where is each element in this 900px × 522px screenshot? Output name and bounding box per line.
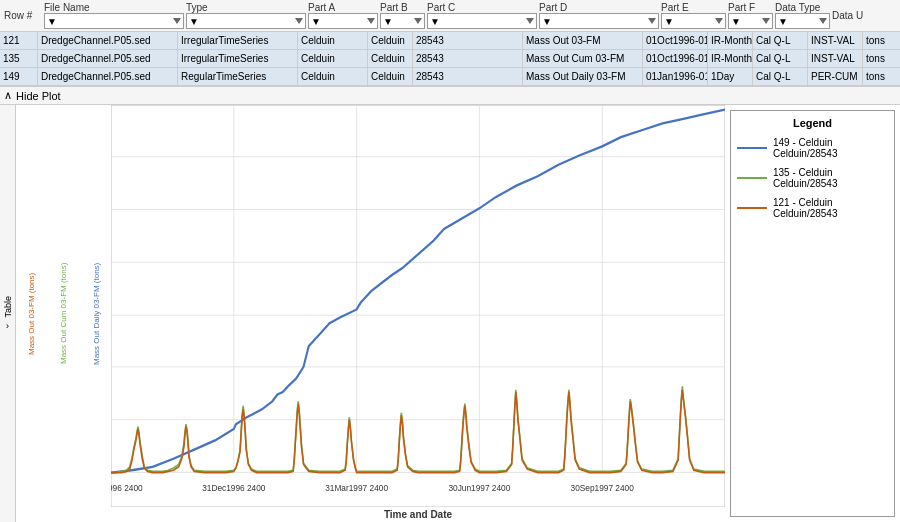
col-header-parte: Part E ▼	[661, 2, 726, 29]
col-label-parta: Part A	[308, 2, 378, 13]
filter-partc[interactable]: ▼	[427, 13, 537, 29]
col-label-parte: Part E	[661, 2, 726, 13]
cell-parta: Celduin	[298, 68, 368, 85]
filter-filename[interactable]: ▼	[44, 13, 184, 29]
cell-parte: 01Jan1996-01Jan1997	[643, 68, 708, 85]
legend-label-135: 135 - Celduin Celduin/28543	[773, 167, 888, 189]
cell-datau: INST-VAL	[808, 32, 863, 49]
chart-svg: 0 1000 2000 3000 4000 5000 6000 7000 30S…	[111, 105, 725, 507]
hide-plot-label[interactable]: Hide Plot	[16, 90, 61, 102]
cell-datatype: Cal Q-L	[753, 68, 808, 85]
legend-line-149	[737, 147, 767, 149]
col-label-partd: Part D	[539, 2, 659, 13]
col-header-partc: Part C ▼	[427, 2, 537, 29]
cell-filename: DredgeChannel.P05.sed	[38, 68, 178, 85]
y-axis-label-3: Mass Out Daily 03-FM (tons)	[92, 105, 101, 522]
filter-datatype[interactable]: ▼	[775, 13, 830, 29]
svg-text:31Dec1996 2400: 31Dec1996 2400	[202, 483, 265, 493]
cell-datau: PER-CUM	[808, 68, 863, 85]
cell-parta: Celduin	[298, 50, 368, 67]
filter-partf[interactable]: ▼	[728, 13, 773, 29]
col-header-rownum: Row #	[4, 10, 42, 21]
cell-rownum: 149	[0, 68, 38, 85]
col-header-partb: Part B ▼	[380, 2, 425, 29]
col-header-datatype: Data Type ▼	[775, 2, 830, 29]
col-label-type: Type	[186, 2, 306, 13]
cell-parte: 01Oct1996-01Sep1997	[643, 32, 708, 49]
cell-filename: DredgeChannel.P05.sed	[38, 50, 178, 67]
y-axis-label-2: Mass Out Cum 03-FM (tons)	[59, 105, 68, 522]
col-label-partc: Part C	[427, 2, 537, 13]
cell-partd: Mass Out Daily 03-FM	[523, 68, 643, 85]
cell-partd: Mass Out Cum 03-FM	[523, 50, 643, 67]
filter-type[interactable]: ▼	[186, 13, 306, 29]
table-row[interactable]: 135 DredgeChannel.P05.sed IrregularTimeS…	[0, 50, 900, 68]
cell-partf: IR-Month	[708, 32, 753, 49]
svg-text:30Sep1996 2400: 30Sep1996 2400	[111, 483, 143, 493]
cell-partf: 1Day	[708, 68, 753, 85]
cell-partd: Mass Out 03-FM	[523, 32, 643, 49]
col-header-filename: File Name ▼	[44, 2, 184, 29]
filter-partd[interactable]: ▼	[539, 13, 659, 29]
svg-text:30Sep1997 2400: 30Sep1997 2400	[571, 483, 634, 493]
cell-unit: tons	[863, 68, 898, 85]
cell-type: IrregularTimeSeries	[178, 32, 298, 49]
chart-container: 0 1000 2000 3000 4000 5000 6000 7000 30S…	[111, 105, 725, 522]
filter-parte[interactable]: ▼	[661, 13, 726, 29]
cell-unit: tons	[863, 50, 898, 67]
cell-partb: Celduin	[368, 32, 413, 49]
collapse-icon: ∧	[4, 89, 12, 102]
filter-parta[interactable]: ▼	[308, 13, 378, 29]
table-toggle[interactable]: Table	[3, 296, 13, 318]
cell-datatype: Cal Q-L	[753, 50, 808, 67]
legend-label-149: 149 - Celduin Celduin/28543	[773, 137, 888, 159]
plot-area: ∧ Hide Plot Table › Mass Out 03-FM (tons…	[0, 87, 900, 522]
col-label-datatype: Data Type	[775, 2, 830, 13]
col-header-partd: Part D ▼	[539, 2, 659, 29]
cell-rownum: 121	[0, 32, 38, 49]
cell-parte: 01Oct1996-01Sep1997	[643, 50, 708, 67]
col-header-type: Type ▼	[186, 2, 306, 29]
col-label-rownum: Row #	[4, 10, 42, 21]
col-header-parta: Part A ▼	[308, 2, 378, 29]
legend-box: Legend 149 - Celduin Celduin/28543 135 -…	[730, 110, 895, 517]
legend-item-135: 135 - Celduin Celduin/28543	[737, 167, 888, 189]
cell-partb: Celduin	[368, 50, 413, 67]
main-container: Row # File Name ▼ Type ▼ Part A ▼ Part B…	[0, 0, 900, 522]
cell-datau: INST-VAL	[808, 50, 863, 67]
col-label-datau: Data U	[832, 10, 870, 21]
cell-partb: Celduin	[368, 68, 413, 85]
cell-filename: DredgeChannel.P05.sed	[38, 32, 178, 49]
filter-partb[interactable]: ▼	[380, 13, 425, 29]
cell-datatype: Cal Q-L	[753, 32, 808, 49]
col-header-partf: Part F ▼	[728, 2, 773, 29]
col-header-datau: Data U	[832, 10, 870, 21]
legend-title: Legend	[737, 117, 888, 129]
cell-unit: tons	[863, 32, 898, 49]
table-section: 121 DredgeChannel.P05.sed IrregularTimeS…	[0, 32, 900, 87]
table-row[interactable]: 121 DredgeChannel.P05.sed IrregularTimeS…	[0, 32, 900, 50]
col-label-partf: Part F	[728, 2, 773, 13]
cell-partc: 28543	[413, 68, 523, 85]
cell-partc: 28543	[413, 50, 523, 67]
legend-label-121: 121 - Celduin Celduin/28543	[773, 197, 888, 219]
table-row[interactable]: 149 DredgeChannel.P05.sed RegularTimeSer…	[0, 68, 900, 86]
legend-line-135	[737, 177, 767, 179]
svg-text:30Jun1997 2400: 30Jun1997 2400	[448, 483, 510, 493]
legend-item-121: 121 - Celduin Celduin/28543	[737, 197, 888, 219]
x-axis-label: Time and Date	[111, 507, 725, 522]
cell-partc: 28543	[413, 32, 523, 49]
cell-partf: IR-Month	[708, 50, 753, 67]
cell-type: RegularTimeSeries	[178, 68, 298, 85]
legend-item-149: 149 - Celduin Celduin/28543	[737, 137, 888, 159]
col-label-partb: Part B	[380, 2, 425, 13]
col-label-filename: File Name	[44, 2, 184, 13]
expand-icon[interactable]: ›	[6, 321, 9, 331]
legend-line-121	[737, 207, 767, 209]
svg-text:31Mar1997 2400: 31Mar1997 2400	[325, 483, 388, 493]
header-filter-row: Row # File Name ▼ Type ▼ Part A ▼ Part B…	[0, 0, 900, 32]
y-axis-label-1: Mass Out 03-FM (tons)	[27, 105, 36, 522]
cell-type: IrregularTimeSeries	[178, 50, 298, 67]
hide-plot-bar[interactable]: ∧ Hide Plot	[0, 87, 900, 105]
cell-parta: Celduin	[298, 32, 368, 49]
